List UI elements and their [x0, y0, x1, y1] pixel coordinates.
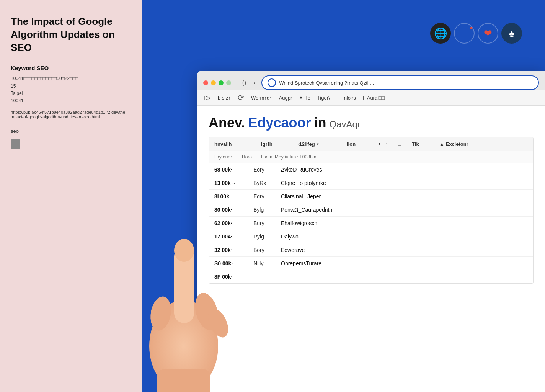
td-volume-7: 32 00k· [214, 247, 249, 253]
toolbar-label-tigers[interactable]: Tiger\ [317, 95, 330, 101]
toolbar-icon-2[interactable]: ⟳ [238, 93, 244, 102]
top-icons-area: 🌐 ● ❤ ♠ [430, 23, 522, 44]
th-lglb[interactable]: lg↑lb [261, 141, 292, 147]
svg-rect-1 [174, 247, 194, 323]
table-row: 80 00k· Bylg PonwΩ_Caurapednth [209, 203, 533, 217]
toolbar-label-worm[interactable]: Worm↑d↑ [251, 95, 272, 101]
sidebar-tag: seo [11, 128, 131, 134]
sidebar-keyword: Keyword SEO [11, 65, 131, 71]
toolbar-label-nloirs[interactable]: nloirs [344, 95, 356, 101]
table-row: S0 00k· Nilly OhrepemsTurare [209, 257, 533, 270]
th-hnvalih[interactable]: hnvalih [214, 141, 256, 147]
th-tlk[interactable]: Tlk [412, 141, 435, 147]
traffic-light-extra[interactable] [226, 80, 231, 85]
nav-back-button[interactable]: ⟨⟩ [240, 78, 249, 87]
traffic-light-red[interactable] [203, 80, 208, 85]
toolbar-label-te[interactable]: ✦ Tē [299, 95, 310, 101]
top-icon-2-wrapper: ● [454, 23, 475, 44]
browser-toolbar: ⌲ b s z↑ ⟳ Worm↑d↑ Augpr ✦ Tē Tiger\ nlo… [197, 90, 545, 106]
td-volume-9: 8F 00k· [214, 274, 249, 280]
svg-point-2 [174, 239, 194, 262]
nav-controls: ⟨⟩ › [240, 78, 258, 87]
traffic-light-green[interactable] [219, 80, 224, 85]
table-row: 13 00k→ ByRx CIqne⊣o ptolynrke [209, 176, 533, 190]
nav-forward-button[interactable]: › [251, 78, 258, 87]
table-row: 8I 00k· Egry Cllarsinal LJeper [209, 190, 533, 203]
table-row: 68 00k· Eory ΔvkeD RuCroves [209, 163, 533, 176]
toolbar-label-augpr[interactable]: Augpr [279, 95, 292, 101]
traffic-light-yellow[interactable] [211, 80, 216, 85]
subheader-col2: Roro [242, 154, 252, 160]
td-keyword-4: PonwΩ_Caurapednth [281, 207, 528, 213]
sidebar-square-icon [11, 139, 20, 149]
top-icon-4-wrapper: ♠ [501, 23, 522, 44]
main-content: 🌐 ● ❤ ♠ ⟨⟩ › [142, 0, 545, 392]
td-diff-8: Nilly [253, 260, 276, 266]
td-keyword-7: Eowerave [281, 247, 528, 253]
td-keyword-5: Ehalfowigrosxn [281, 220, 528, 226]
sidebar-meta: 10041□□□□□□□□□□□□50□22□□□ 15 Taipei 1004… [11, 75, 131, 105]
table-row: 32 00k· Bory Eowerave [209, 243, 533, 257]
sidebar: The Impact of Google Algorithm Updates o… [0, 0, 142, 392]
address-bar[interactable]: Wnind Sprotech Qvsarroning ?rnats Qztl .… [261, 75, 539, 90]
th-lion[interactable]: lion [347, 141, 374, 147]
table-row: 17 004· Rylg Dalywo [209, 230, 533, 243]
address-text: Wnind Sprotech Qvsarroning ?rnats Qztl .… [279, 80, 374, 86]
heading-subtitle: QavAqr [329, 119, 360, 130]
top-icon-1-wrapper: 🌐 [430, 23, 451, 44]
traffic-lights [203, 80, 231, 85]
toolbar-icon-1[interactable]: ⌲ [203, 93, 211, 102]
td-volume-3: 8I 00k· [214, 193, 249, 199]
td-keyword-3: Cllarsinal LJeper [281, 193, 528, 199]
td-diff-5: Bury [253, 220, 276, 226]
td-diff-4: Bylg [253, 207, 276, 213]
table-subheader: Hry oun↕ Roro I sem IMey iudua↑ T003b a [209, 151, 533, 163]
address-circle-icon [268, 78, 276, 87]
td-diff-2: ByRx [253, 180, 276, 186]
subheader-col1: Hry oun↕ [214, 154, 233, 160]
top-icon-heart[interactable]: ❤ [478, 23, 498, 44]
top-icon-red-dot[interactable]: ● [454, 23, 475, 44]
browser-content: Anev. Edycaoor in QavAqr hnvalih lg↑lb ~… [197, 106, 545, 392]
td-diff-6: Rylg [253, 234, 276, 240]
th-arrow-icon[interactable]: ⟵↑ [378, 141, 393, 147]
td-keyword-2: CIqne⊣o ptolynrke [281, 180, 528, 186]
table-row: 62 00k· Bury Ehalfowigrosxn [209, 217, 533, 230]
meta-line1: 10041□□□□□□□□□□□□50□22□□□ [11, 76, 78, 81]
td-diff-7: Bory [253, 247, 276, 253]
top-icon-spade[interactable]: ♠ [501, 23, 522, 44]
heading-part2: Edycaoor [248, 115, 311, 131]
td-volume-8: S0 00k· [214, 260, 249, 266]
data-table: hnvalih lg↑lb ~12lifeg ▾ lion ⟵↑ □ Tlk ▲… [209, 137, 534, 284]
meta-line3: Taipei [11, 91, 23, 96]
heading-part1: Anev. [209, 115, 245, 131]
svg-point-4 [148, 295, 174, 332]
toolbar-label-bsz[interactable]: b s z↑ [218, 95, 231, 101]
td-volume-6: 17 004· [214, 234, 249, 240]
th-square[interactable]: □ [398, 141, 407, 147]
td-volume-1: 68 00k· [214, 167, 249, 173]
td-diff-3: Egry [253, 193, 276, 199]
td-keyword-1: ΔvkeD RuCroves [281, 167, 528, 173]
dropdown-arrow-icon: ▾ [317, 142, 318, 146]
table-row: 8F 00k· [209, 270, 533, 283]
top-icon-3-wrapper: ❤ [478, 23, 498, 44]
td-diff-1: Eory [253, 167, 276, 173]
heading-part3: in [314, 115, 326, 131]
meta-line4: 10041 [11, 98, 23, 103]
td-volume-5: 62 00k· [214, 220, 249, 226]
browser-chrome: ⟨⟩ › Wnind Sprotech Qvsarroning ?rnats Q… [197, 71, 545, 90]
td-volume-4: 80 00k· [214, 207, 249, 213]
browser-window: ⟨⟩ › Wnind Sprotech Qvsarroning ?rnats Q… [197, 71, 545, 392]
td-keyword-8: OhrepemsTurare [281, 260, 528, 266]
toolbar-divider-1 [337, 94, 337, 101]
toolbar-label-aural[interactable]: ⊢Aural□□ [363, 95, 385, 101]
td-keyword-6: Dalywo [281, 234, 528, 240]
sidebar-title: The Impact of Google Algorithm Updates o… [11, 15, 131, 54]
th-excieton[interactable]: ▲ Excieton↑ [439, 141, 528, 147]
td-volume-2: 13 00k→ [214, 180, 249, 186]
th-12lifeg[interactable]: ~12lifeg ▾ [296, 141, 342, 147]
top-icon-globe[interactable]: 🌐 [430, 23, 451, 44]
page-heading: Anev. Edycaoor in QavAqr [209, 115, 534, 131]
sidebar-url: https://pub-5c454f571b8e40a3a2aad27ade84… [11, 110, 131, 119]
